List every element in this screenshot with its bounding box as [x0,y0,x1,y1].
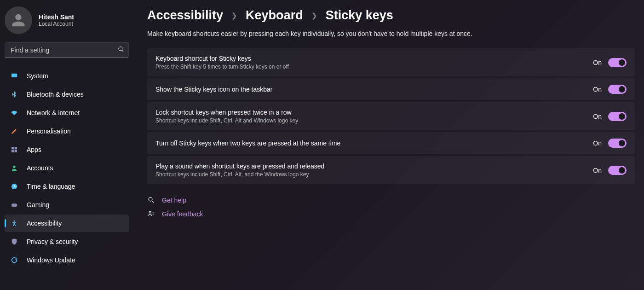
svg-point-7 [13,166,15,168]
sidebar-item-gaming[interactable]: Gaming [5,196,129,214]
sidebar-item-update[interactable]: Windows Update [5,251,129,269]
accounts-icon [10,164,18,172]
sidebar-item-privacy[interactable]: Privacy & security [5,233,129,250]
svg-line-1 [122,50,124,52]
toggle-state-label: On [593,86,602,93]
toggle-knob [619,167,625,174]
svg-rect-9 [12,203,17,207]
sidebar-item-label: Network & internet [27,109,80,116]
system-icon [10,72,18,80]
sidebar-item-label: Time & language [27,183,75,190]
profile-account-type: Local Account [39,21,74,27]
svg-rect-4 [15,147,17,149]
setting-title: Keyboard shortcut for Sticky keys [155,55,289,62]
svg-rect-2 [12,74,17,77]
toggle-switch[interactable] [608,112,627,121]
sidebar-item-label: Bluetooth & devices [27,91,84,98]
chevron-right-icon: ❯ [231,12,237,20]
setting-taskbar-icon[interactable]: Show the Sticky keys icon on the taskbar… [147,78,635,100]
profile-text: Hitesh Sant Local Account [39,13,74,27]
bluetooth-icon [10,90,18,99]
gaming-icon [10,201,18,209]
toggle-switch[interactable] [608,166,627,175]
sidebar-item-apps[interactable]: Apps [5,141,129,158]
nav-list: System Bluetooth & devices Network & int… [5,67,129,269]
user-icon [11,13,26,28]
toggle-knob [619,86,625,93]
main-content: Accessibility ❯ Keyboard ❯ Sticky keys M… [133,0,644,290]
sidebar-item-label: Accounts [27,164,53,172]
sidebar-item-bluetooth[interactable]: Bluetooth & devices [5,86,129,103]
give-feedback-link[interactable]: Give feedback [147,210,635,218]
link-label: Get help [162,197,186,204]
setting-title: Turn off Sticky keys when two keys are p… [155,139,340,147]
accessibility-icon [10,219,18,227]
time-icon [10,182,18,191]
sidebar: Hitesh Sant Local Account System Bluetoo… [0,0,133,290]
svg-point-10 [14,220,15,222]
feedback-icon [147,210,155,218]
help-links: Get help Give feedback [147,196,635,218]
link-label: Give feedback [162,210,203,218]
profile-name: Hitesh Sant [39,13,74,21]
personalisation-icon [10,127,18,135]
setting-title: Play a sound when shortcut keys are pres… [155,162,324,170]
setting-title: Show the Sticky keys icon on the taskbar [155,86,272,93]
svg-point-0 [119,47,122,51]
setting-keyboard-shortcut[interactable]: Keyboard shortcut for Sticky keys Press … [147,48,635,76]
setting-subtitle: Shortcut keys include Shift, Ctrl, Alt, … [155,171,324,178]
sidebar-item-accounts[interactable]: Accounts [5,159,129,177]
update-icon [10,256,18,264]
svg-rect-6 [15,150,17,152]
sidebar-item-label: Apps [27,146,41,153]
breadcrumb-current: Sticky keys [326,8,393,23]
setting-subtitle: Press the Shift key 5 times to turn Stic… [155,64,289,70]
sidebar-item-label: Privacy & security [27,238,78,245]
toggle-switch[interactable] [608,58,627,67]
sidebar-item-time[interactable]: Time & language [5,178,129,195]
search-input[interactable] [5,42,129,58]
toggle-switch[interactable] [608,139,627,148]
svg-point-11 [149,197,152,201]
toggle-knob [619,140,625,146]
setting-lock-shortcut[interactable]: Lock shortcut keys when pressed twice in… [147,102,635,130]
toggle-knob [619,113,625,120]
sidebar-item-personalisation[interactable]: Personalisation [5,122,129,140]
search-container [5,42,129,58]
toggle-switch[interactable] [608,85,627,94]
search-icon[interactable] [118,46,124,54]
privacy-icon [10,238,18,246]
toggle-state-label: On [593,59,602,66]
setting-turn-off-two-keys[interactable]: Turn off Sticky keys when two keys are p… [147,132,635,154]
apps-icon [10,145,18,154]
sidebar-item-system[interactable]: System [5,67,129,85]
setting-subtitle: Shortcut keys include Shift, Ctrl, Alt a… [155,117,298,124]
chevron-right-icon: ❯ [311,12,317,20]
setting-play-sound[interactable]: Play a sound when shortcut keys are pres… [147,156,635,184]
get-help-link[interactable]: Get help [147,196,635,204]
setting-title: Lock shortcut keys when pressed twice in… [155,109,298,116]
network-icon [10,109,18,117]
profile-section[interactable]: Hitesh Sant Local Account [5,6,129,42]
sidebar-item-accessibility[interactable]: Accessibility [5,215,129,232]
toggle-state-label: On [593,139,602,147]
svg-rect-5 [12,150,14,152]
sidebar-item-label: Personalisation [27,128,71,135]
sidebar-item-network[interactable]: Network & internet [5,104,129,122]
page-description: Make keyboard shortcuts easier by pressi… [147,30,635,37]
toggle-state-label: On [593,167,602,174]
toggle-state-label: On [593,113,602,120]
sidebar-item-label: System [27,72,48,80]
sidebar-item-label: Accessibility [27,220,62,227]
sidebar-item-label: Gaming [27,201,49,209]
settings-list: Keyboard shortcut for Sticky keys Press … [147,48,635,184]
help-icon [147,196,155,204]
svg-point-12 [149,211,151,213]
sidebar-item-label: Windows Update [27,256,75,264]
svg-rect-3 [12,147,14,149]
breadcrumb: Accessibility ❯ Keyboard ❯ Sticky keys [147,8,635,23]
breadcrumb-keyboard[interactable]: Keyboard [246,8,303,23]
avatar [5,6,32,34]
toggle-knob [619,59,625,66]
breadcrumb-accessibility[interactable]: Accessibility [147,8,223,23]
